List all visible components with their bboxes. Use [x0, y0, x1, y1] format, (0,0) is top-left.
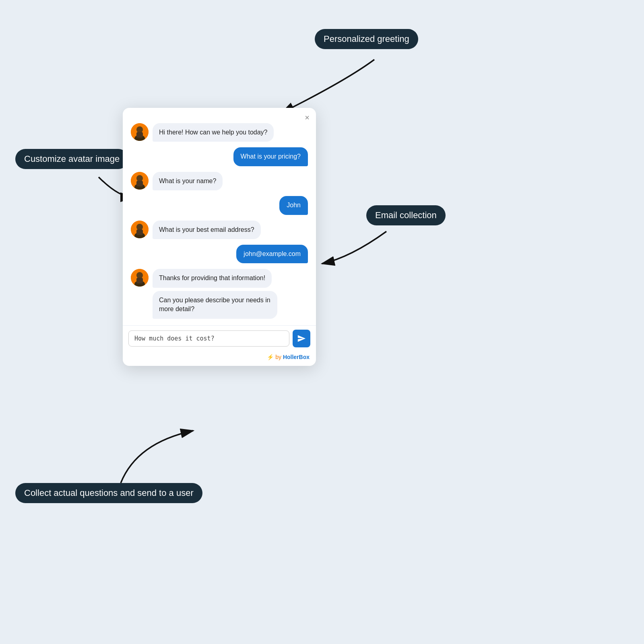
bot-bubble-4b-wrapper: Can you please describe your needs in mo… [131, 291, 277, 319]
annotation-customize-avatar: Customize avatar image [15, 149, 128, 169]
chat-input[interactable]: How much does it cost? [128, 330, 289, 347]
send-icon [297, 334, 306, 343]
svg-rect-16 [136, 278, 143, 283]
bot-bubble-1: Hi there! How can we help you today? [153, 123, 274, 142]
close-button[interactable]: × [305, 114, 310, 122]
user-bubble-2: John [279, 196, 308, 215]
bot-bubble-3: What is your best email address? [153, 221, 261, 239]
send-button[interactable] [293, 330, 310, 347]
annotation-collect-questions: Collect actual questions and send to a u… [15, 483, 202, 503]
avatar-icon-4 [131, 269, 149, 287]
bolt-icon: ⚡ [267, 354, 274, 360]
footer-brand: HollerBox [283, 354, 310, 360]
svg-rect-8 [136, 181, 143, 186]
chat-header: × [123, 108, 316, 123]
avatar-1 [131, 123, 149, 141]
svg-rect-4 [136, 132, 143, 138]
bot-bubble-4a: Thanks for providing that information! [153, 269, 272, 287]
svg-point-14 [136, 272, 143, 279]
svg-point-10 [136, 224, 143, 230]
avatar-3 [131, 221, 149, 238]
svg-point-6 [136, 175, 143, 182]
chat-row-7-inner: Thanks for providing that information! [131, 269, 272, 287]
bot-bubble-4b: Can you please describe your needs in mo… [153, 291, 277, 319]
annotation-email-collection: Email collection [366, 205, 446, 225]
arrows-overlay [0, 0, 644, 644]
chat-input-row: How much does it cost? [123, 325, 316, 351]
chat-body: Hi there! How can we help you today? Wha… [123, 123, 316, 323]
chat-row-7: Thanks for providing that information! C… [131, 269, 308, 318]
avatar-icon-1 [131, 123, 149, 141]
avatar-icon-3 [131, 221, 149, 238]
chat-footer: ⚡ by HollerBox [123, 351, 316, 366]
avatar-4 [131, 269, 149, 287]
chat-row-1: Hi there! How can we help you today? [131, 123, 308, 142]
annotation-personalized-greeting: Personalized greeting [315, 29, 418, 49]
chat-widget: × Hi there! How can we help you today? W… [123, 108, 316, 366]
svg-point-2 [136, 126, 143, 133]
avatar-2 [131, 172, 149, 190]
chat-row-5: What is your best email address? [131, 221, 308, 239]
chat-row-3: What is your name? [131, 172, 308, 190]
chat-row-4: John [131, 196, 308, 215]
svg-rect-12 [136, 229, 143, 235]
user-bubble-3: john@example.com [236, 245, 308, 263]
avatar-icon-2 [131, 172, 149, 190]
bot-bubble-2: What is your name? [153, 172, 223, 190]
footer-text: by [275, 354, 283, 360]
chat-row-2: What is your pricing? [131, 147, 308, 166]
user-bubble-1: What is your pricing? [233, 147, 308, 166]
chat-row-6: john@example.com [131, 245, 308, 263]
